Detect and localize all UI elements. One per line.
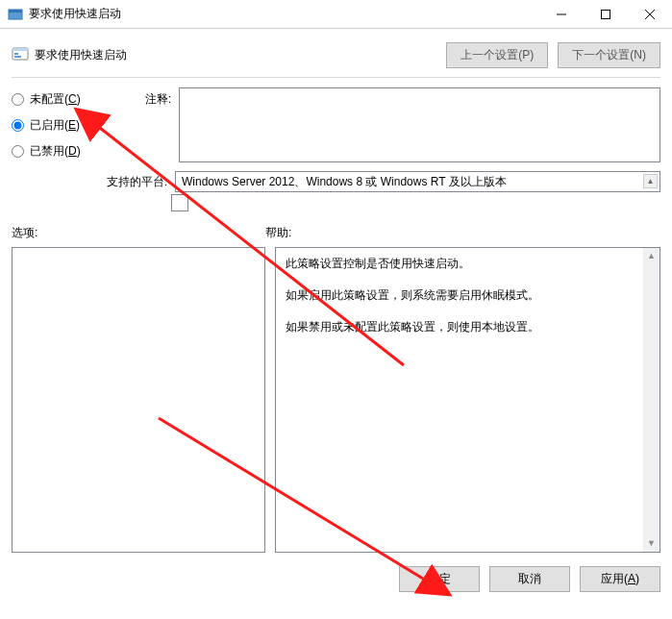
minimize-icon: [557, 10, 566, 19]
cancel-button[interactable]: 取消: [489, 566, 570, 592]
radio-enabled[interactable]: 已启用(E): [12, 117, 100, 134]
app-icon: [8, 7, 23, 22]
help-p1: 此策略设置控制是否使用快速启动。: [286, 256, 633, 272]
state-radio-group: 未配置(C) 已启用(E) 已禁用(D): [12, 87, 100, 165]
help-p3: 如果禁用或未配置此策略设置，则使用本地设置。: [286, 319, 633, 335]
svg-rect-9: [14, 56, 21, 58]
options-panel: [12, 247, 265, 553]
radio-disabled[interactable]: 已禁用(D): [12, 143, 100, 160]
header-row: 要求使用快速启动 上一个设置(P) 下一个设置(N): [12, 38, 660, 71]
help-p2: 如果启用此策略设置，则系统需要启用休眠模式。: [286, 287, 633, 304]
svg-rect-8: [14, 53, 18, 55]
radio-enabled-input[interactable]: [12, 119, 24, 132]
next-setting-button[interactable]: 下一个设置(N): [558, 42, 660, 68]
svg-rect-1: [9, 10, 22, 12]
maximize-button[interactable]: [584, 0, 628, 29]
close-icon: [645, 10, 655, 19]
minimize-button[interactable]: [539, 0, 584, 29]
svg-rect-3: [602, 10, 610, 18]
comment-textarea[interactable]: [179, 87, 660, 162]
scroll-down-arrow-icon[interactable]: ▼: [643, 535, 660, 552]
supported-platforms-text: Windows Server 2012、Windows 8 或 Windows …: [182, 174, 507, 190]
help-scrollbar[interactable]: ▲ ▼: [643, 248, 660, 552]
radio-not-configured-label: 未配置(C): [30, 91, 81, 108]
radio-not-configured[interactable]: 未配置(C): [12, 91, 100, 108]
radio-disabled-input[interactable]: [12, 145, 24, 158]
titlebar: 要求使用快速启动: [0, 0, 672, 29]
divider: [12, 77, 660, 78]
small-empty-box: [171, 194, 188, 211]
comment-label: 注释:: [104, 87, 175, 165]
supported-label: 支持的平台:: [12, 171, 171, 190]
svg-rect-7: [12, 48, 28, 51]
window-title: 要求使用快速启动: [29, 6, 121, 22]
prev-setting-button[interactable]: 上一个设置(P): [446, 42, 548, 68]
page-title: 要求使用快速启动: [35, 47, 127, 63]
apply-button[interactable]: 应用(A): [580, 566, 660, 592]
radio-disabled-label: 已禁用(D): [30, 143, 81, 160]
policy-icon: [12, 46, 29, 63]
help-panel: 此策略设置控制是否使用快速启动。 如果启用此策略设置，则系统需要启用休眠模式。 …: [275, 247, 660, 553]
help-label: 帮助:: [265, 225, 660, 241]
footer-buttons: 确定 取消 应用(A): [12, 566, 660, 592]
radio-not-configured-input[interactable]: [12, 93, 24, 106]
radio-enabled-label: 已启用(E): [30, 117, 80, 134]
maximize-icon: [601, 10, 610, 19]
scroll-up-icon[interactable]: ▲: [643, 174, 658, 188]
scroll-up-arrow-icon[interactable]: ▲: [643, 248, 660, 264]
close-button[interactable]: [628, 0, 672, 29]
ok-button[interactable]: 确定: [399, 566, 480, 592]
options-label: 选项:: [12, 225, 265, 241]
supported-platforms-box: Windows Server 2012、Windows 8 或 Windows …: [175, 171, 660, 192]
